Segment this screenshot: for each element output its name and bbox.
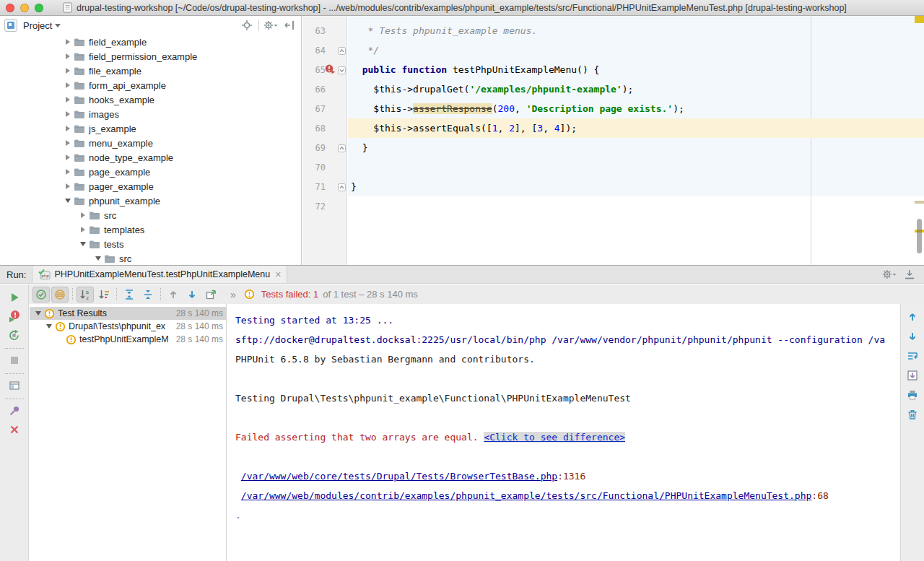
chevron-collapsed-icon[interactable] bbox=[64, 39, 72, 45]
project-tree-item-hooks_example[interactable]: hooks_example bbox=[0, 92, 301, 107]
chevron-expanded-icon[interactable] bbox=[94, 256, 103, 261]
gutter-line-69[interactable]: 69 bbox=[302, 138, 348, 157]
editor-scrollbar[interactable] bbox=[917, 219, 922, 253]
close-panel-button[interactable] bbox=[6, 421, 23, 438]
fold-up-icon[interactable] bbox=[338, 183, 346, 193]
editor-line-63[interactable]: 63 * Tests phpunit_example menus. bbox=[302, 21, 924, 40]
chevron-expanded-icon[interactable] bbox=[34, 311, 43, 316]
gutter-line-64[interactable]: 64 bbox=[302, 40, 348, 60]
test-console-output[interactable]: Testing started at 13:25 ...sftp://docke… bbox=[227, 304, 900, 561]
chevron-collapsed-icon[interactable] bbox=[64, 126, 72, 131]
stacktrace-file-link[interactable]: /var/www/web/core/tests/Drupal/Tests/Bro… bbox=[241, 471, 557, 482]
toggle-auto-test-button[interactable] bbox=[6, 326, 23, 344]
project-tree-item-src[interactable]: src bbox=[0, 251, 301, 265]
zoom-window-button[interactable] bbox=[35, 4, 43, 12]
up-stack-trace-icon[interactable] bbox=[905, 310, 920, 324]
project-tree-item-menu_example[interactable]: menu_example bbox=[0, 136, 301, 150]
locate-file-icon[interactable] bbox=[240, 18, 254, 32]
project-tree-item-js_example[interactable]: js_example bbox=[0, 121, 301, 136]
editor-line-69[interactable]: 69 } bbox=[302, 138, 924, 157]
close-tab-icon[interactable]: × bbox=[275, 269, 281, 280]
fold-up-icon[interactable] bbox=[338, 46, 346, 57]
editor-line-67[interactable]: 67 $this->assertResponse(200, 'Descripti… bbox=[302, 99, 924, 118]
gutter-line-70[interactable]: 70 bbox=[302, 157, 348, 177]
chevron-collapsed-icon[interactable] bbox=[79, 227, 87, 232]
project-tree-item-field_example[interactable]: field_example bbox=[0, 35, 301, 49]
project-tree-item-form_api_example[interactable]: form_api_example bbox=[0, 78, 301, 92]
pin-button[interactable] bbox=[6, 402, 23, 419]
chevron-collapsed-icon[interactable] bbox=[79, 212, 87, 218]
editor-line-72[interactable]: 72 bbox=[302, 196, 924, 216]
settings-gear-icon[interactable] bbox=[263, 18, 278, 32]
gutter-line-71[interactable]: 71 bbox=[302, 177, 348, 196]
project-tree-item-page_example[interactable]: page_example bbox=[0, 165, 301, 179]
import-test-results-button[interactable] bbox=[202, 287, 219, 303]
scroll-to-end-icon[interactable] bbox=[905, 368, 920, 383]
hide-panel-down-icon[interactable] bbox=[902, 267, 917, 282]
gutter-line-66[interactable]: 66 bbox=[302, 79, 348, 99]
editor-line-64[interactable]: 64 */ bbox=[302, 40, 924, 60]
gutter-line-67[interactable]: 67 bbox=[302, 99, 348, 118]
chevron-collapsed-icon[interactable] bbox=[64, 97, 72, 103]
chevron-collapsed-icon[interactable] bbox=[64, 140, 72, 146]
project-tree-item-node_type_example[interactable]: node_type_example bbox=[0, 150, 301, 165]
print-icon[interactable] bbox=[905, 388, 920, 402]
clear-all-icon[interactable] bbox=[905, 407, 920, 422]
chevron-collapsed-icon[interactable] bbox=[64, 169, 72, 175]
soft-wrap-icon[interactable] bbox=[905, 349, 920, 363]
show-passed-button[interactable] bbox=[32, 287, 50, 303]
expand-all-button[interactable] bbox=[121, 287, 138, 303]
test-failed-icon[interactable] bbox=[324, 64, 336, 77]
chevron-collapsed-icon[interactable] bbox=[64, 53, 72, 59]
test-tree-item-testPhpUnitExampleM[interactable]: testPhpUnitExampleM28 s 140 ms bbox=[30, 333, 226, 346]
more-actions-chevron[interactable]: » bbox=[230, 289, 237, 300]
gutter-line-68[interactable]: 68 bbox=[302, 118, 348, 138]
editor-line-70[interactable]: 70 bbox=[302, 157, 924, 177]
editor-line-65[interactable]: 65 public function testPhpUnitExampleMen… bbox=[302, 60, 924, 79]
restore-layout-button[interactable] bbox=[6, 377, 23, 394]
test-tree-item-Drupal-Tests-phpunit-ex[interactable]: Drupal\Tests\phpunit_ex28 s 140 ms bbox=[30, 320, 226, 333]
chevron-collapsed-icon[interactable] bbox=[64, 183, 72, 189]
code-editor[interactable]: 63 * Tests phpunit_example menus.64 */65… bbox=[302, 16, 924, 265]
settings-gear-icon[interactable] bbox=[882, 267, 897, 282]
editor-line-66[interactable]: 66 $this->drupalGet('/examples/phpunit-e… bbox=[302, 79, 924, 99]
see-difference-link[interactable]: <Click to see difference> bbox=[484, 432, 625, 443]
rerun-button[interactable] bbox=[6, 289, 23, 306]
show-ignored-button[interactable] bbox=[51, 287, 69, 303]
chevron-expanded-icon[interactable] bbox=[45, 324, 53, 329]
project-tree-item-field_permission_example[interactable]: field_permission_example bbox=[0, 49, 301, 64]
test-tree-item-Test-Results[interactable]: Test Results28 s 140 ms bbox=[30, 307, 226, 320]
fold-up-icon[interactable] bbox=[338, 144, 346, 155]
project-tree-item-pager_example[interactable]: pager_example bbox=[0, 179, 301, 193]
project-tree-item-phpunit_example[interactable]: phpunit_example bbox=[0, 193, 301, 208]
rerun-failed-button[interactable] bbox=[6, 308, 23, 325]
project-tree-item-templates[interactable]: templates bbox=[0, 222, 301, 237]
chevron-collapsed-icon[interactable] bbox=[64, 111, 72, 117]
project-view-selector[interactable]: Project bbox=[4, 19, 61, 32]
gutter-line-72[interactable]: 72 bbox=[302, 196, 348, 216]
gutter-line-65[interactable]: 65 bbox=[302, 60, 348, 79]
sort-by-duration-button[interactable] bbox=[95, 287, 113, 303]
stacktrace-file-link[interactable]: /var/www/web/modules/contrib/examples/ph… bbox=[241, 490, 812, 501]
editor-line-68[interactable]: 68 $this->assertEquals([1, 2], [3, 4]); bbox=[302, 118, 924, 138]
inspections-status-indicator[interactable] bbox=[915, 16, 924, 23]
gutter-line-63[interactable]: 63 bbox=[302, 21, 348, 40]
chevron-collapsed-icon[interactable] bbox=[64, 68, 72, 74]
chevron-expanded-icon[interactable] bbox=[64, 199, 72, 203]
fold-down-icon[interactable] bbox=[338, 66, 346, 77]
editor-lines[interactable]: 63 * Tests phpunit_example menus.64 */65… bbox=[302, 21, 924, 216]
project-tree-item-file_example[interactable]: file_example bbox=[0, 64, 301, 78]
error-stripe-mark[interactable] bbox=[915, 201, 924, 204]
editor-line-71[interactable]: 71} bbox=[302, 177, 924, 196]
chevron-expanded-icon[interactable] bbox=[79, 242, 87, 246]
stop-button[interactable] bbox=[6, 352, 23, 369]
run-configuration-tab[interactable]: php PHPUnitExampleMenuTest.testPhpUnitEx… bbox=[32, 266, 287, 283]
collapse-all-button[interactable] bbox=[139, 287, 157, 303]
sort-alphabetically-button[interactable]: az bbox=[77, 287, 94, 303]
hide-panel-icon[interactable] bbox=[282, 18, 297, 32]
close-window-button[interactable] bbox=[6, 4, 14, 12]
project-tree-item-tests[interactable]: tests bbox=[0, 237, 301, 251]
chevron-collapsed-icon[interactable] bbox=[64, 155, 72, 160]
minimize-window-button[interactable] bbox=[20, 4, 29, 12]
previous-failed-button[interactable] bbox=[165, 287, 182, 303]
